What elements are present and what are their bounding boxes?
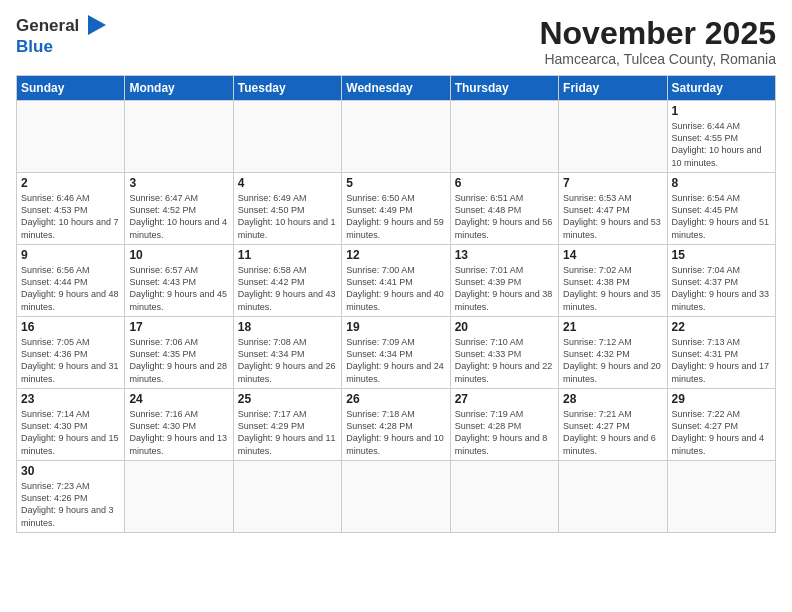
day-info: Sunrise: 7:05 AM Sunset: 4:36 PM Dayligh… [21,336,120,385]
day-info: Sunrise: 7:22 AM Sunset: 4:27 PM Dayligh… [672,408,771,457]
day-info: Sunrise: 7:06 AM Sunset: 4:35 PM Dayligh… [129,336,228,385]
day-number: 2 [21,176,120,190]
calendar-cell [559,461,667,533]
weekday-header-row: SundayMondayTuesdayWednesdayThursdayFrid… [17,76,776,101]
day-number: 10 [129,248,228,262]
calendar-cell: 4Sunrise: 6:49 AM Sunset: 4:50 PM Daylig… [233,173,341,245]
weekday-header: Thursday [450,76,558,101]
weekday-header: Monday [125,76,233,101]
day-number: 15 [672,248,771,262]
day-number: 27 [455,392,554,406]
calendar-cell [342,101,450,173]
logo-blue: Blue [16,37,53,56]
calendar-cell: 22Sunrise: 7:13 AM Sunset: 4:31 PM Dayli… [667,317,775,389]
calendar-cell: 20Sunrise: 7:10 AM Sunset: 4:33 PM Dayli… [450,317,558,389]
day-info: Sunrise: 6:57 AM Sunset: 4:43 PM Dayligh… [129,264,228,313]
calendar-cell: 25Sunrise: 7:17 AM Sunset: 4:29 PM Dayli… [233,389,341,461]
header: General Blue November 2025 Hamcearca, Tu… [16,16,776,67]
weekday-header: Saturday [667,76,775,101]
week-row: 1Sunrise: 6:44 AM Sunset: 4:55 PM Daylig… [17,101,776,173]
calendar-cell: 6Sunrise: 6:51 AM Sunset: 4:48 PM Daylig… [450,173,558,245]
week-row: 2Sunrise: 6:46 AM Sunset: 4:53 PM Daylig… [17,173,776,245]
calendar-cell: 13Sunrise: 7:01 AM Sunset: 4:39 PM Dayli… [450,245,558,317]
day-number: 3 [129,176,228,190]
calendar-cell [450,461,558,533]
calendar-cell: 23Sunrise: 7:14 AM Sunset: 4:30 PM Dayli… [17,389,125,461]
calendar-cell: 1Sunrise: 6:44 AM Sunset: 4:55 PM Daylig… [667,101,775,173]
day-number: 16 [21,320,120,334]
week-row: 23Sunrise: 7:14 AM Sunset: 4:30 PM Dayli… [17,389,776,461]
day-info: Sunrise: 7:13 AM Sunset: 4:31 PM Dayligh… [672,336,771,385]
day-number: 5 [346,176,445,190]
day-info: Sunrise: 7:09 AM Sunset: 4:34 PM Dayligh… [346,336,445,385]
day-info: Sunrise: 6:46 AM Sunset: 4:53 PM Dayligh… [21,192,120,241]
calendar-cell: 24Sunrise: 7:16 AM Sunset: 4:30 PM Dayli… [125,389,233,461]
calendar-cell [17,101,125,173]
day-number: 12 [346,248,445,262]
day-number: 26 [346,392,445,406]
calendar-cell: 11Sunrise: 6:58 AM Sunset: 4:42 PM Dayli… [233,245,341,317]
day-number: 14 [563,248,662,262]
day-info: Sunrise: 7:18 AM Sunset: 4:28 PM Dayligh… [346,408,445,457]
calendar-cell: 8Sunrise: 6:54 AM Sunset: 4:45 PM Daylig… [667,173,775,245]
day-info: Sunrise: 7:04 AM Sunset: 4:37 PM Dayligh… [672,264,771,313]
subtitle: Hamcearca, Tulcea County, Romania [539,51,776,67]
day-number: 24 [129,392,228,406]
week-row: 30Sunrise: 7:23 AM Sunset: 4:26 PM Dayli… [17,461,776,533]
calendar-cell: 14Sunrise: 7:02 AM Sunset: 4:38 PM Dayli… [559,245,667,317]
calendar-cell: 3Sunrise: 6:47 AM Sunset: 4:52 PM Daylig… [125,173,233,245]
day-info: Sunrise: 7:17 AM Sunset: 4:29 PM Dayligh… [238,408,337,457]
calendar-cell [342,461,450,533]
calendar-cell: 18Sunrise: 7:08 AM Sunset: 4:34 PM Dayli… [233,317,341,389]
day-info: Sunrise: 7:23 AM Sunset: 4:26 PM Dayligh… [21,480,120,529]
page: General Blue November 2025 Hamcearca, Tu… [0,0,792,612]
calendar-cell: 10Sunrise: 6:57 AM Sunset: 4:43 PM Dayli… [125,245,233,317]
month-title: November 2025 [539,16,776,51]
day-info: Sunrise: 7:02 AM Sunset: 4:38 PM Dayligh… [563,264,662,313]
day-info: Sunrise: 7:19 AM Sunset: 4:28 PM Dayligh… [455,408,554,457]
day-info: Sunrise: 7:01 AM Sunset: 4:39 PM Dayligh… [455,264,554,313]
day-info: Sunrise: 6:56 AM Sunset: 4:44 PM Dayligh… [21,264,120,313]
day-info: Sunrise: 6:49 AM Sunset: 4:50 PM Dayligh… [238,192,337,241]
calendar-cell: 26Sunrise: 7:18 AM Sunset: 4:28 PM Dayli… [342,389,450,461]
calendar-cell: 28Sunrise: 7:21 AM Sunset: 4:27 PM Dayli… [559,389,667,461]
logo: General Blue [16,16,106,56]
day-number: 23 [21,392,120,406]
day-number: 28 [563,392,662,406]
week-row: 9Sunrise: 6:56 AM Sunset: 4:44 PM Daylig… [17,245,776,317]
calendar-cell [125,461,233,533]
calendar-cell: 7Sunrise: 6:53 AM Sunset: 4:47 PM Daylig… [559,173,667,245]
calendar-cell: 21Sunrise: 7:12 AM Sunset: 4:32 PM Dayli… [559,317,667,389]
day-number: 9 [21,248,120,262]
weekday-header: Friday [559,76,667,101]
calendar-cell: 17Sunrise: 7:06 AM Sunset: 4:35 PM Dayli… [125,317,233,389]
day-info: Sunrise: 6:51 AM Sunset: 4:48 PM Dayligh… [455,192,554,241]
calendar-cell [233,101,341,173]
day-number: 7 [563,176,662,190]
day-info: Sunrise: 6:53 AM Sunset: 4:47 PM Dayligh… [563,192,662,241]
day-info: Sunrise: 6:58 AM Sunset: 4:42 PM Dayligh… [238,264,337,313]
day-number: 18 [238,320,337,334]
calendar-cell: 12Sunrise: 7:00 AM Sunset: 4:41 PM Dayli… [342,245,450,317]
calendar-cell: 27Sunrise: 7:19 AM Sunset: 4:28 PM Dayli… [450,389,558,461]
day-number: 17 [129,320,228,334]
week-row: 16Sunrise: 7:05 AM Sunset: 4:36 PM Dayli… [17,317,776,389]
day-number: 20 [455,320,554,334]
calendar-cell [233,461,341,533]
calendar-cell: 9Sunrise: 6:56 AM Sunset: 4:44 PM Daylig… [17,245,125,317]
day-info: Sunrise: 7:14 AM Sunset: 4:30 PM Dayligh… [21,408,120,457]
day-info: Sunrise: 7:21 AM Sunset: 4:27 PM Dayligh… [563,408,662,457]
day-number: 4 [238,176,337,190]
calendar-cell: 5Sunrise: 6:50 AM Sunset: 4:49 PM Daylig… [342,173,450,245]
logo-general: General [16,16,79,35]
logo-flag-icon [88,15,106,35]
day-number: 21 [563,320,662,334]
calendar-cell: 30Sunrise: 7:23 AM Sunset: 4:26 PM Dayli… [17,461,125,533]
day-info: Sunrise: 7:16 AM Sunset: 4:30 PM Dayligh… [129,408,228,457]
day-info: Sunrise: 6:47 AM Sunset: 4:52 PM Dayligh… [129,192,228,241]
calendar-cell [125,101,233,173]
calendar-cell: 19Sunrise: 7:09 AM Sunset: 4:34 PM Dayli… [342,317,450,389]
weekday-header: Sunday [17,76,125,101]
calendar-cell [559,101,667,173]
day-info: Sunrise: 7:12 AM Sunset: 4:32 PM Dayligh… [563,336,662,385]
